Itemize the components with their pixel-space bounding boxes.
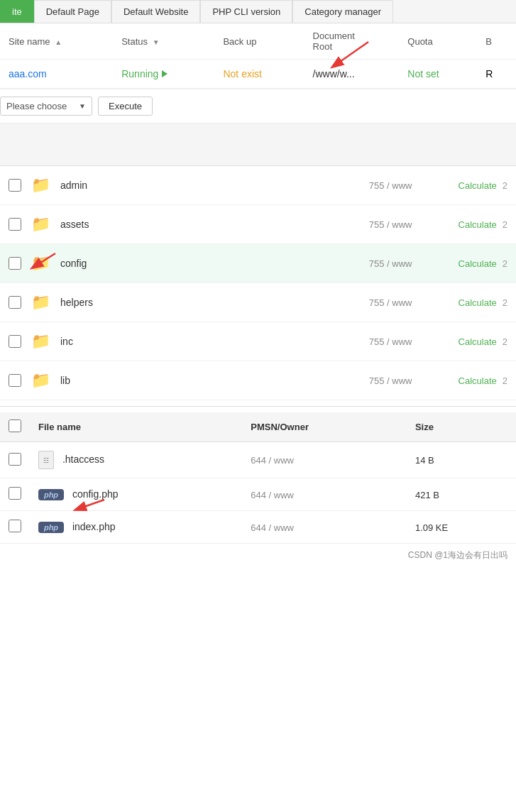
file-checkbox-cell [0,511,30,544]
folder-name[interactable]: assets [60,219,369,230]
folder-checkbox[interactable] [9,179,21,192]
folder-name[interactable]: admin [60,180,369,191]
file-perms: 644 / www [251,455,294,466]
file-perms-cell: 644 / www [242,478,407,511]
folder-section: 📁 admin 755 / www Calculate 2 📁 assets 7… [0,166,516,407]
footer: CSDN @1海边会有日出吗 [0,544,516,567]
file-select-all-checkbox[interactable] [9,419,21,432]
file-perms-cell: 644 / www [242,511,407,544]
doc-root-cell: /www/w... [304,60,400,89]
folder-icon: 📁 [31,215,50,234]
folder-row: 📁 assets 755 / www Calculate 2 [0,205,516,244]
file-checkbox-cell [0,478,30,511]
file-name-cell: php index.php [30,511,242,544]
calculate-link[interactable]: Calculate [440,180,497,191]
tab-php-cli[interactable]: PHP CLI version [200,0,292,23]
file-checkbox[interactable] [9,453,21,466]
folder-row: 📁 helpers 755 / www Calculate 2 [0,283,516,322]
svg-line-2 [76,500,104,510]
folder-section-divider [0,406,516,407]
folder-name[interactable]: inc [60,336,369,347]
folder-perms: 755 / www [369,180,440,191]
folder-perms: 755 / www [369,258,440,269]
tab-site[interactable]: ite [0,0,34,23]
folder-checkbox[interactable] [9,374,21,387]
action-bar: Please choose ▼ Execute [0,89,516,124]
file-size-cell: 14 B [407,442,516,478]
file-col-checkbox [0,412,30,442]
file-checkbox-cell [0,442,30,478]
folder-checkbox[interactable] [9,335,21,348]
folder-row: 📁 config 755 / www Calculate 2 [0,244,516,283]
col-doc-root: DocumentRoot [304,23,400,60]
file-row: php index.php 644 / www 1.09 KE [0,511,516,544]
file-col-name: File name [30,412,242,442]
please-choose-dropdown[interactable]: Please choose ▼ [0,97,92,116]
file-checkbox[interactable] [9,487,21,500]
sort-desc-icon: ▼ [153,38,160,46]
folder-rows-container: 📁 admin 755 / www Calculate 2 📁 assets 7… [0,166,516,400]
file-checkbox[interactable] [9,520,21,532]
file-perms: 644 / www [251,490,294,500]
folder-icon: 📁 [31,332,50,351]
folder-perms: 755 / www [369,336,440,347]
folder-extra: 2 [503,375,507,386]
chevron-down-icon: ▼ [79,102,86,110]
col-quota: Quota [399,23,477,60]
file-name-cell: php config.php [30,478,242,511]
quota-value: Not set [407,68,439,79]
tab-default-page[interactable]: Default Page [34,0,111,23]
folder-icon: 📁 [31,254,50,273]
folder-checkbox[interactable] [9,218,21,231]
calculate-link[interactable]: Calculate [440,219,497,230]
folder-icon: 📁 [31,293,50,312]
file-size-cell: 1.09 KE [407,511,516,544]
col-backup: Back up [214,23,304,60]
quota-cell: Not set [399,60,477,89]
play-icon [162,70,168,77]
folder-checkbox[interactable] [9,257,21,270]
folder-name[interactable]: config [60,258,369,269]
folder-perms: 755 / www [369,297,440,308]
folder-icon: 📁 [31,176,50,194]
file-perms: 644 / www [251,522,294,533]
file-name[interactable]: config.php [72,488,119,500]
file-row: ☷ .htaccess 644 / www 14 B [0,442,516,478]
folder-checkbox[interactable] [9,296,21,309]
folder-extra: 2 [503,336,507,347]
folder-name[interactable]: lib [60,375,369,386]
status-running: Running [121,68,206,79]
file-section: File name PMSN/Owner Size ☷ .htaccess 64… [0,412,516,544]
site-name-link[interactable]: aaa.com [9,68,47,79]
gray-spacer [0,124,516,166]
file-row: php config.php 644 / www 421 B [0,478,516,511]
file-size: 421 B [415,490,439,500]
php-badge: php [38,489,64,500]
file-table: File name PMSN/Owner Size ☷ .htaccess 64… [0,412,516,544]
calculate-link[interactable]: Calculate [440,375,497,386]
file-size-cell: 421 B [407,478,516,511]
col-site-name: Site name ▲ [0,23,113,60]
file-size: 14 B [415,455,434,466]
not-exist-label: Not exist [223,68,261,79]
calculate-link[interactable]: Calculate [440,258,497,269]
file-size: 1.09 KE [415,522,448,533]
tab-category-manager[interactable]: Category manager [292,0,393,23]
tab-bar: ite Default Page Default Website PHP CLI… [0,0,516,23]
calculate-link[interactable]: Calculate [440,336,497,347]
file-col-size: Size [407,412,516,442]
folder-perms: 755 / www [369,219,440,230]
dropdown-label: Please choose [6,101,67,111]
folder-name[interactable]: helpers [60,297,369,308]
tab-default-website[interactable]: Default Website [111,0,201,23]
col-status: Status ▼ [113,23,214,60]
execute-button[interactable]: Execute [98,97,153,116]
calculate-link[interactable]: Calculate [440,297,497,308]
site-table: Site name ▲ Status ▼ Back up DocumentRoo… [0,23,516,89]
file-name[interactable]: .htaccess [62,454,104,465]
col-extra: B [477,23,516,60]
file-name[interactable]: index.php [72,521,116,532]
folder-extra: 2 [503,258,507,269]
folder-row: 📁 inc 755 / www Calculate 2 [0,322,516,361]
text-file-icon: ☷ [38,451,54,469]
